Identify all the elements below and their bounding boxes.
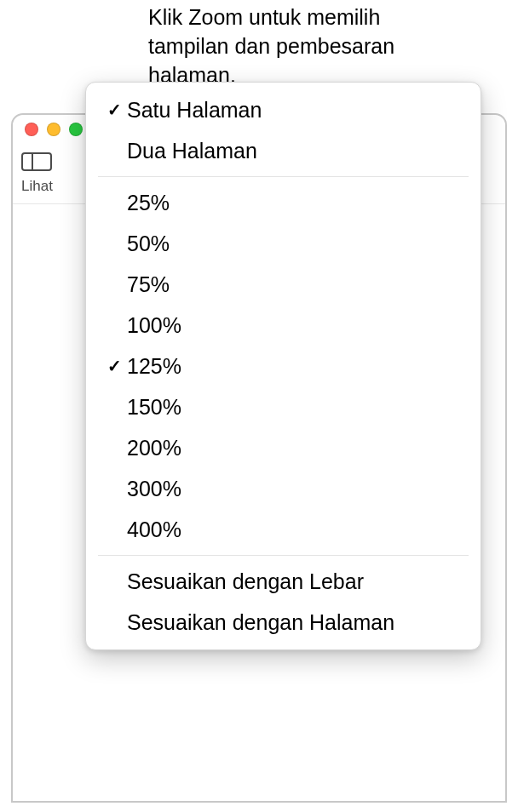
menu-item-zoom-150[interactable]: ✓ 150%	[86, 386, 481, 427]
svg-rect-0	[22, 153, 51, 170]
menu-item-label: 200%	[127, 436, 181, 460]
checkmark-icon: ✓	[101, 478, 127, 499]
checkmark-icon: ✓	[101, 192, 127, 213]
view-toolbar-item[interactable]: Lihat	[21, 144, 53, 195]
view-toolbar-label: Lihat	[21, 178, 53, 195]
menu-item-zoom-125[interactable]: ✓ 125%	[86, 346, 481, 386]
menu-item-label: Sesuaikan dengan Lebar	[127, 569, 364, 594]
checkmark-icon: ✓	[101, 315, 127, 335]
checkmark-icon: ✓	[101, 397, 127, 417]
menu-item-label: 400%	[127, 518, 181, 542]
menu-item-fit-width[interactable]: Sesuaikan dengan Lebar	[86, 561, 481, 602]
menu-item-zoom-25[interactable]: ✓ 25%	[86, 182, 481, 223]
menu-item-zoom-100[interactable]: ✓ 100%	[86, 305, 481, 346]
menu-item-label: 50%	[127, 232, 170, 256]
menu-item-label: 75%	[127, 272, 170, 297]
menu-item-zoom-200[interactable]: ✓ 200%	[86, 427, 481, 468]
menu-item-zoom-50[interactable]: ✓ 50%	[86, 223, 481, 264]
menu-item-label: 300%	[127, 477, 181, 501]
menu-item-one-page[interactable]: ✓ Satu Halaman	[86, 89, 481, 130]
annotation-text: Klik Zoom untuk memilih tampilan dan pem…	[148, 3, 455, 89]
menu-item-label: Satu Halaman	[127, 98, 262, 123]
close-window-button[interactable]	[25, 123, 38, 136]
checkmark-icon: ✓	[101, 274, 127, 294]
checkmark-icon: ✓	[101, 519, 127, 540]
checkmark-icon: ✓	[101, 140, 127, 161]
checkmark-icon: ✓	[101, 100, 127, 120]
menu-item-fit-page[interactable]: Sesuaikan dengan Halaman	[86, 602, 481, 643]
menu-item-label: 150%	[127, 395, 181, 420]
checkmark-icon: ✓	[101, 356, 127, 376]
maximize-window-button[interactable]	[69, 123, 83, 136]
menu-item-zoom-400[interactable]: ✓ 400%	[86, 509, 481, 550]
menu-item-label: 25%	[127, 191, 170, 215]
menu-item-zoom-75[interactable]: ✓ 75%	[86, 264, 481, 305]
view-icon	[21, 149, 52, 174]
checkmark-icon: ✓	[101, 233, 127, 254]
menu-item-two-pages[interactable]: ✓ Dua Halaman	[86, 130, 481, 171]
menu-item-label: Dua Halaman	[127, 139, 257, 163]
menu-item-label: 100%	[127, 313, 181, 338]
minimize-window-button[interactable]	[47, 123, 60, 136]
menu-separator	[98, 555, 469, 556]
menu-separator	[98, 176, 469, 177]
zoom-dropdown-menu: ✓ Satu Halaman ✓ Dua Halaman ✓ 25% ✓ 50%…	[85, 82, 481, 650]
checkmark-icon: ✓	[101, 437, 127, 458]
menu-item-label: 125%	[127, 354, 181, 379]
menu-item-label: Sesuaikan dengan Halaman	[127, 610, 394, 635]
menu-item-zoom-300[interactable]: ✓ 300%	[86, 468, 481, 509]
